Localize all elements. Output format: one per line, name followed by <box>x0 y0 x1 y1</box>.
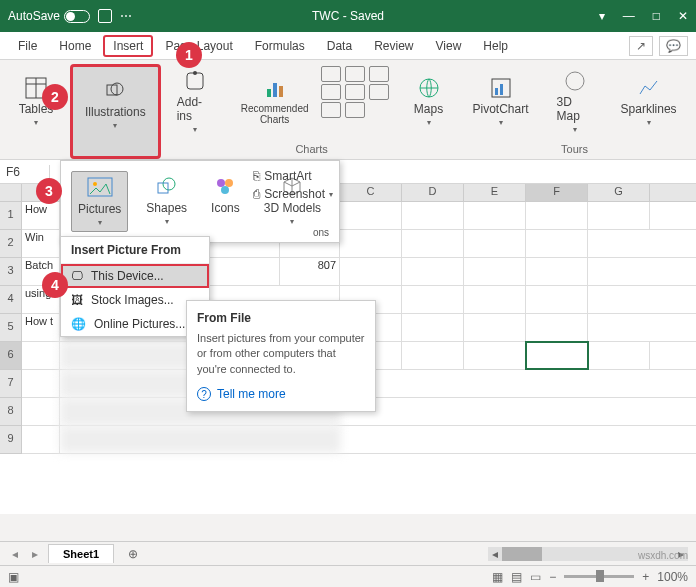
select-all-corner[interactable] <box>0 184 22 201</box>
pictures-button[interactable]: Pictures ▾ <box>71 171 128 232</box>
row-header[interactable]: 5 <box>0 314 22 342</box>
tab-nav-prev-icon[interactable]: ◂ <box>8 547 22 561</box>
tab-home[interactable]: Home <box>49 35 101 57</box>
record-macro-icon[interactable]: ▣ <box>8 570 19 584</box>
tab-insert[interactable]: Insert <box>103 35 153 57</box>
autosave-toggle[interactable]: AutoSave <box>8 9 90 23</box>
cell[interactable] <box>402 202 464 229</box>
row-header[interactable]: 4 <box>0 286 22 314</box>
view-normal-icon[interactable]: ▦ <box>492 570 503 584</box>
minimize-icon[interactable]: — <box>623 9 635 23</box>
sheet-tab[interactable]: Sheet1 <box>48 544 114 563</box>
row-header[interactable]: 8 <box>0 398 22 426</box>
cell[interactable]: How <box>22 202 60 229</box>
cell[interactable] <box>402 286 464 313</box>
col-header-g[interactable]: G <box>588 184 650 201</box>
view-break-icon[interactable]: ▭ <box>530 570 541 584</box>
cell[interactable] <box>402 314 464 341</box>
cell-blurred[interactable] <box>60 426 340 453</box>
tab-view[interactable]: View <box>426 35 472 57</box>
comments-icon[interactable]: 💬 <box>659 36 688 56</box>
maximize-icon[interactable]: □ <box>653 9 660 23</box>
cell[interactable] <box>464 258 526 285</box>
tell-me-more-link[interactable]: ? Tell me more <box>197 387 365 401</box>
3d-map-button[interactable]: 3D Map ▾ <box>551 66 599 136</box>
scroll-thumb[interactable] <box>502 547 542 561</box>
cell[interactable] <box>22 342 60 369</box>
row-header[interactable]: 1 <box>0 202 22 230</box>
zoom-in-icon[interactable]: + <box>642 570 649 584</box>
tab-data[interactable]: Data <box>317 35 362 57</box>
cell[interactable] <box>340 202 402 229</box>
chart-type-icon[interactable] <box>369 66 389 82</box>
col-header-f[interactable]: F <box>526 184 588 201</box>
cell[interactable]: How t <box>22 314 60 341</box>
col-header-e[interactable]: E <box>464 184 526 201</box>
cell[interactable] <box>464 202 526 229</box>
cell[interactable] <box>526 258 588 285</box>
chart-type-icon[interactable] <box>345 102 365 118</box>
cell[interactable] <box>340 258 402 285</box>
zoom-out-icon[interactable]: − <box>549 570 556 584</box>
cell[interactable] <box>464 342 526 369</box>
row-header[interactable]: 3 <box>0 258 22 286</box>
name-box[interactable]: F6 <box>0 165 50 179</box>
chart-type-icon[interactable] <box>321 66 341 82</box>
cell[interactable]: Win <box>22 230 60 257</box>
this-device-item[interactable]: 🖵 This Device... <box>61 264 209 288</box>
window-dropdown-icon[interactable]: ▾ <box>599 9 605 23</box>
shapes-button[interactable]: Shapes ▾ <box>140 171 193 232</box>
smartart-button[interactable]: ⎘SmartArt <box>253 167 333 185</box>
zoom-level[interactable]: 100% <box>657 570 688 584</box>
icons-button[interactable]: Icons <box>205 171 246 232</box>
cell[interactable] <box>22 426 60 453</box>
cell[interactable] <box>22 370 60 397</box>
addins-button[interactable]: Add-ins ▾ <box>171 66 219 136</box>
chart-type-icon[interactable] <box>345 66 365 82</box>
cell[interactable] <box>588 202 650 229</box>
add-sheet-button[interactable]: ⊕ <box>120 547 146 561</box>
chart-type-icon[interactable] <box>369 84 389 100</box>
close-icon[interactable]: ✕ <box>678 9 688 23</box>
tab-review[interactable]: Review <box>364 35 423 57</box>
maps-button[interactable]: Maps ▾ <box>405 66 453 136</box>
cell[interactable] <box>526 286 588 313</box>
row-header[interactable]: 9 <box>0 426 22 454</box>
cell[interactable] <box>526 202 588 229</box>
pivotchart-button[interactable]: PivotChart ▾ <box>467 66 535 136</box>
cell[interactable] <box>464 314 526 341</box>
cell[interactable] <box>340 230 402 257</box>
illustrations-button[interactable]: Illustrations ▾ <box>79 69 152 139</box>
col-header-c[interactable]: C <box>340 184 402 201</box>
row-header[interactable]: 6 <box>0 342 22 370</box>
tab-file[interactable]: File <box>8 35 47 57</box>
screenshot-button[interactable]: ⎙Screenshot ▾ <box>253 185 333 203</box>
qat-more-icon[interactable]: ⋯ <box>120 9 132 23</box>
chart-type-icon[interactable] <box>345 84 365 100</box>
toggle-icon[interactable] <box>64 10 90 23</box>
selected-cell[interactable] <box>526 342 588 369</box>
cell[interactable] <box>402 258 464 285</box>
cell[interactable] <box>402 230 464 257</box>
tab-formulas[interactable]: Formulas <box>245 35 315 57</box>
col-header-d[interactable]: D <box>402 184 464 201</box>
tab-nav-next-icon[interactable]: ▸ <box>28 547 42 561</box>
cell[interactable]: 807 <box>280 258 340 285</box>
share-icon[interactable]: ↗ <box>629 36 653 56</box>
view-page-icon[interactable]: ▤ <box>511 570 522 584</box>
row-header[interactable]: 7 <box>0 370 22 398</box>
sparklines-button[interactable]: Sparklines ▾ <box>615 66 683 136</box>
cell[interactable] <box>526 314 588 341</box>
cell[interactable] <box>464 230 526 257</box>
zoom-slider[interactable] <box>564 575 634 578</box>
chart-type-icon[interactable] <box>321 84 341 100</box>
recommended-charts-button[interactable]: Recommended Charts <box>235 66 315 136</box>
save-icon[interactable] <box>98 9 112 23</box>
cell[interactable] <box>526 230 588 257</box>
row-header[interactable]: 2 <box>0 230 22 258</box>
chart-type-icon[interactable] <box>321 102 341 118</box>
cell[interactable] <box>464 286 526 313</box>
tab-help[interactable]: Help <box>473 35 518 57</box>
cell[interactable] <box>588 342 650 369</box>
cell[interactable] <box>402 342 464 369</box>
